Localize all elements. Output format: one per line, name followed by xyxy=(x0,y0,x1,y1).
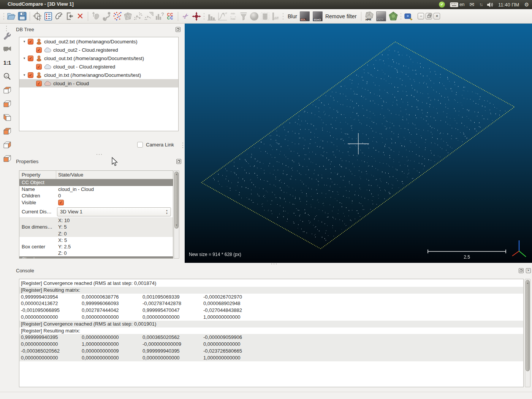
view-close-button[interactable]: ✕ xyxy=(434,13,440,19)
segment-button[interactable]: ✂ xyxy=(180,11,191,22)
spinner-arrows[interactable]: ▲▼ xyxy=(166,209,168,215)
blur-label[interactable]: Blur xyxy=(285,13,299,19)
trash-button[interactable] xyxy=(260,11,270,22)
strip-grip[interactable] xyxy=(6,25,7,31)
console-splitter-grip[interactable] xyxy=(271,263,277,265)
open-button[interactable] xyxy=(6,11,17,22)
axis-trihedron-icon xyxy=(512,240,526,257)
toolbar-grip[interactable] xyxy=(400,13,402,20)
camera-link-checkbox[interactable] xyxy=(137,142,143,148)
panel-splitter-grip[interactable] xyxy=(96,154,102,155)
console-close-button[interactable]: ✕ xyxy=(526,268,531,273)
expander-icon[interactable]: ▾ xyxy=(22,73,26,77)
console-line: [Register] Convergence reached (RMS at l… xyxy=(19,321,523,327)
exit-view-button[interactable] xyxy=(64,11,75,22)
cloud-cloud-distance-button[interactable] xyxy=(133,11,144,22)
visible-checkbox[interactable]: ✓ xyxy=(58,200,64,205)
console-line: 0,0000000000000,0000000000000,0000000000… xyxy=(19,354,523,361)
clone-button[interactable] xyxy=(90,11,101,22)
console-scrollbar[interactable]: ▲ xyxy=(525,279,530,387)
mail-icon[interactable]: ✉ xyxy=(470,1,475,8)
properties-toggle-button[interactable] xyxy=(43,11,54,22)
tree-item[interactable]: ✓cloud_out - Cloud.registered xyxy=(19,62,178,71)
view-restore-button[interactable] xyxy=(426,13,432,19)
filter-by-value-button[interactable]: min←→max xyxy=(228,11,238,22)
qdodecahedron-plugin-button[interactable] xyxy=(388,11,399,22)
remove-filter-label[interactable]: Remove filter xyxy=(323,13,359,19)
network-icon[interactable]: ↑↓ xyxy=(479,2,482,7)
group-icon xyxy=(36,72,42,78)
col-state-value[interactable]: State/Value xyxy=(56,171,83,179)
expander-icon[interactable]: ▾ xyxy=(22,56,26,60)
visibility-checkbox[interactable]: ✓ xyxy=(36,64,42,70)
show-histogram-button[interactable] xyxy=(206,11,217,22)
tree-item[interactable]: ▾✓cloud_in.txt (/home/anagno/Documents/t… xyxy=(19,71,178,79)
viewport-status-text: New size = 914 * 628 (px) xyxy=(189,252,241,257)
translate-rotate-button[interactable] xyxy=(191,11,202,22)
mouse-cursor xyxy=(112,157,119,167)
pcv-plugin-button[interactable]: PCV xyxy=(376,11,386,22)
compute-stat-params-button[interactable]: µ,σ xyxy=(217,11,228,22)
session-gear-icon[interactable]: ⚙ xyxy=(524,2,529,8)
properties-scrollbar[interactable]: ▲ ▼ xyxy=(174,170,179,259)
edl-filter-button[interactable]: EDL xyxy=(299,11,310,22)
console-line: -0,0003650205620,0000000000090,999999940… xyxy=(19,348,523,354)
statistical-test-button[interactable]: CCCC xyxy=(165,11,176,22)
visibility-checkbox[interactable]: ✓ xyxy=(36,81,42,86)
hpr-plugin-button[interactable]: HPR xyxy=(364,11,374,22)
sphere-button[interactable] xyxy=(249,11,260,22)
camera-icon[interactable] xyxy=(2,44,12,54)
toolbar-grip[interactable] xyxy=(203,13,205,20)
3d-view[interactable]: New size = 914 * 628 (px) 2.5 xyxy=(185,24,532,263)
properties-float-button[interactable] xyxy=(176,159,181,164)
delete-button[interactable]: ✕ xyxy=(75,11,86,22)
db-tree-float-button[interactable] xyxy=(176,27,180,32)
tools-wrench-icon[interactable] xyxy=(2,31,12,41)
filter-funnel-button[interactable] xyxy=(238,11,249,22)
toolbar-grip[interactable] xyxy=(3,13,5,20)
ssao-filter-button[interactable]: SSAO xyxy=(312,11,323,22)
tree-item[interactable]: ✓cloud_in - Cloud xyxy=(19,79,178,87)
save-button[interactable] xyxy=(17,11,27,22)
visibility-checkbox[interactable]: ✓ xyxy=(28,56,33,61)
point-picking-button[interactable] xyxy=(54,11,64,22)
view-cube-bottom-button[interactable] xyxy=(2,154,12,164)
expander-icon[interactable]: ▾ xyxy=(22,40,26,43)
toolbar-grip[interactable] xyxy=(282,13,284,20)
tree-item[interactable]: ▾✓cloud_out.txt (/home/anagno/Documents/… xyxy=(19,54,178,62)
cloud-icon xyxy=(44,81,51,86)
tree-item[interactable]: ✓cloud_out2 - Cloud.registered xyxy=(19,46,178,54)
mesh-button[interactable] xyxy=(122,11,133,22)
pick-rotation-center-button[interactable] xyxy=(32,11,43,22)
view-cube-leftm-button[interactable] xyxy=(2,113,12,122)
visibility-checkbox[interactable]: ✓ xyxy=(28,39,33,45)
updater-icon[interactable]: ✔ xyxy=(439,2,445,8)
histogram-stats-button[interactable]: ? xyxy=(154,11,165,22)
zoom-fit-icon[interactable] xyxy=(2,72,12,81)
db-tree[interactable]: ▾✓cloud_out2.txt (/home/anagno/Documents… xyxy=(19,37,179,131)
diff-button[interactable]: diff xyxy=(270,11,281,22)
interactive-transform-button[interactable] xyxy=(101,11,112,22)
view-cube-top-button[interactable] xyxy=(2,85,12,95)
row-name: Name cloud_in - Cloud xyxy=(19,186,173,192)
view-cube-front-button[interactable] xyxy=(2,99,12,109)
qanimation-plugin-button[interactable] xyxy=(403,11,414,22)
view-cube-back-button[interactable] xyxy=(2,126,12,136)
view-minimize-button[interactable]: − xyxy=(418,13,424,19)
tree-item-label: cloud_in - Cloud xyxy=(53,81,89,86)
view-cube-right-button[interactable] xyxy=(2,140,12,150)
cloud-mesh-distance-button[interactable] xyxy=(144,11,154,22)
tree-item[interactable]: ▾✓cloud_out2.txt (/home/anagno/Documents… xyxy=(19,37,178,46)
zoom-1-1-button[interactable]: 1:1 xyxy=(2,58,12,68)
keyboard-indicator[interactable]: en xyxy=(450,2,464,7)
dock-splitter-grip[interactable] xyxy=(182,142,184,148)
visibility-checkbox[interactable]: ✓ xyxy=(28,72,33,78)
volume-icon[interactable] xyxy=(487,2,493,7)
current-display-select[interactable]: 3D View 1 ▲▼ xyxy=(57,207,171,216)
console-float-button[interactable] xyxy=(519,268,524,273)
subsample-button[interactable] xyxy=(112,11,122,22)
col-property[interactable]: Property xyxy=(19,171,56,179)
console-log[interactable]: [Register] Convergence reached (RMS at l… xyxy=(19,279,524,387)
visibility-checkbox[interactable]: ✓ xyxy=(36,47,42,53)
clock-label[interactable]: 11:40 ПМ xyxy=(498,2,519,8)
